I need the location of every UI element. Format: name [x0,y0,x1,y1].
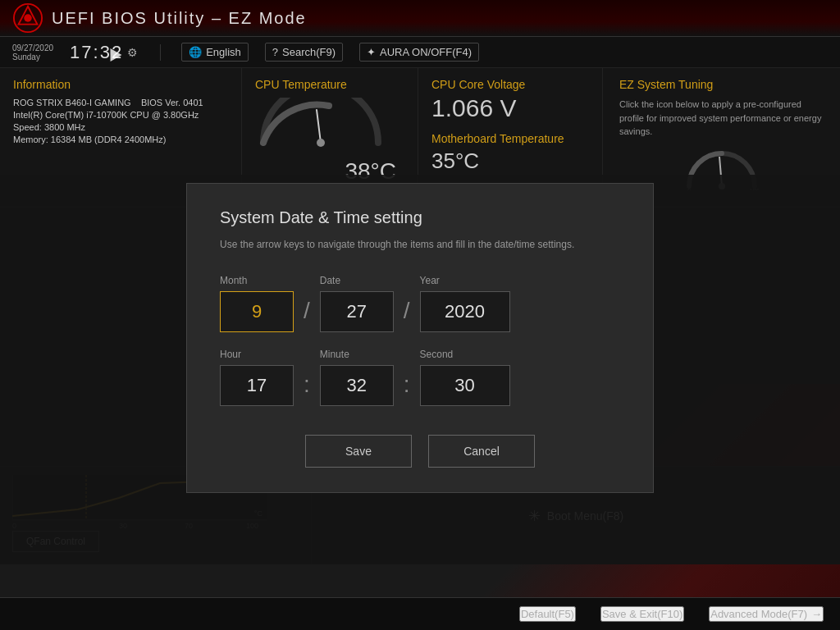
datetime-modal: System Date & Time setting Use the arrow… [186,183,654,493]
settings-gear-icon[interactable]: ⚙ [127,46,139,59]
modal-title: System Date & Time setting [220,208,620,227]
month-group: Month [220,275,294,332]
advanced-mode-button[interactable]: Advanced Mode(F7) → [709,606,824,622]
date-display: 09/27/2020 [12,43,53,52]
speed-info: Speed: 3800 MHz [13,122,85,132]
time-display: 17:32 ⚙ [70,42,139,63]
date-group: Date [320,275,394,332]
datetime-fields: Month / Date / Year Hour [220,275,620,406]
language-label: English [206,46,241,58]
voltage-title: CPU Core Voltage [431,78,589,91]
modal-description: Use the arrow keys to navigate through t… [220,237,620,252]
aura-icon: ✦ [367,46,376,58]
bios-ver: BIOS Ver. 0401 [141,98,203,107]
memory-info: Memory: 16384 MB (DDR4 2400MHz) [13,135,166,144]
date-separator-1: / [294,275,320,324]
minute-label: Minute [320,349,394,360]
ez-desc: Click the icon below to apply a pre-conf… [619,98,824,139]
cpu-info: Intel(R) Core(TM) i7-10700K CPU @ 3.80GH… [13,110,199,120]
globe-icon: 🌐 [189,46,202,58]
ez-title: EZ System Tuning [619,78,824,91]
second-input[interactable] [420,365,510,406]
arrow-icon: → [811,608,822,620]
footer-bar: Default(F5) Save & Exit(F10) Advanced Mo… [0,597,840,630]
cancel-label: Cancel [463,445,500,458]
speed-row: Speed: 3800 MHz [13,122,228,132]
cancel-button[interactable]: Cancel [428,435,535,468]
date-separator-2: / [394,275,420,324]
hour-label: Hour [220,349,294,360]
system-name-row: ROG STRIX B460-I GAMING BIOS Ver. 0401 [13,98,228,107]
date-input[interactable] [320,291,394,332]
hour-input[interactable] [220,365,294,406]
svg-line-3 [317,110,321,143]
header-bar: UEFI BIOS Utility – EZ Mode [0,0,840,37]
advanced-label: Advanced Mode(F7) [710,608,807,620]
time-row: Hour : Minute : Second [220,349,620,406]
default-button[interactable]: Default(F5) [519,606,576,622]
language-button[interactable]: 🌐 English [181,43,249,62]
month-input[interactable] [220,291,294,332]
info-section-title: Information [13,78,228,91]
search-label: Search(F9) [282,46,336,58]
toolbar-separator [160,44,161,61]
save-exit-label: Save & Exit(F10) [602,608,682,620]
memory-row: Memory: 16384 MB (DDR4 2400MHz) [13,135,228,144]
date-label: Date [320,275,394,286]
mb-temp-value: 35°C [431,148,589,174]
time-separator-2: : [394,349,420,398]
modal-overlay: System Date & Time setting Use the arrow… [0,175,840,564]
modal-buttons: Save Cancel [220,435,620,468]
mb-temp-title: Motherboard Temperature [431,132,589,145]
hour-group: Hour [220,349,294,406]
save-label: Save [345,445,372,458]
system-name: ROG STRIX B460-I GAMING [13,98,131,107]
svg-point-2 [24,14,32,22]
rog-logo-area: UEFI BIOS Utility – EZ Mode [12,2,307,34]
minute-group: Minute [320,349,394,406]
save-exit-button[interactable]: Save & Exit(F10) [600,606,684,622]
datetime-block: 09/27/2020 Sunday [12,43,53,62]
year-group: Year [420,275,510,332]
cpu-row: Intel(R) Core(TM) i7-10700K CPU @ 3.80GH… [13,110,228,120]
year-label: Year [420,275,510,286]
aura-label: AURA ON/OFF(F4) [380,46,472,58]
search-button[interactable]: ? Search(F9) [265,43,343,62]
day-display: Sunday [12,52,53,62]
save-button[interactable]: Save [305,435,412,468]
second-label: Second [420,349,510,360]
aura-button[interactable]: ✦ AURA ON/OFF(F4) [359,43,479,62]
toolbar: 09/27/2020 Sunday 17:32 ⚙ 🌐 English ? Se… [0,37,840,68]
date-row: Month / Date / Year [220,275,620,332]
second-group: Second [420,349,510,406]
svg-point-4 [317,139,325,147]
cpu-temp-gauge-icon [255,98,386,147]
cpu-temp-title: CPU Temperature [255,78,404,91]
voltage-value: 1.066 V [431,94,589,122]
rog-logo-icon [12,2,43,34]
minute-input[interactable] [320,365,394,406]
default-label: Default(F5) [521,608,574,620]
year-input[interactable] [420,291,510,332]
header-title: UEFI BIOS Utility – EZ Mode [52,9,307,28]
search-icon: ? [272,46,278,58]
month-label: Month [220,275,294,286]
time-separator-1: : [294,349,320,398]
